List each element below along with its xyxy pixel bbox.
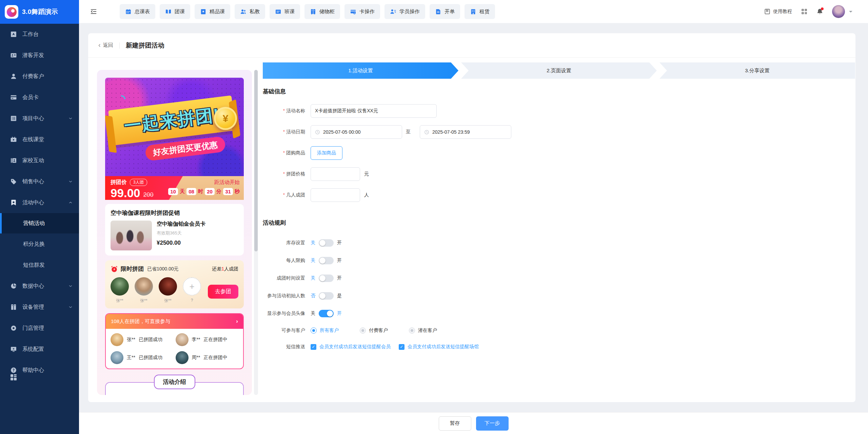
notification-dot bbox=[821, 7, 824, 10]
tutorial-link[interactable]: 使用教程 bbox=[764, 8, 792, 15]
countdown-days: 10 bbox=[168, 188, 178, 195]
activity-title-preview: 空中瑜伽课程限时拼团促销 bbox=[111, 209, 238, 217]
tab-group-class[interactable]: 团课 bbox=[160, 4, 190, 19]
stock-setting-toggle[interactable] bbox=[319, 239, 334, 247]
sidebar-item-home-school[interactable]: 家校互动 bbox=[0, 150, 79, 171]
radio-paying-customers[interactable]: 付费客户 bbox=[360, 327, 388, 334]
step-page-settings[interactable]: 2.页面设置 bbox=[461, 62, 657, 79]
chevron-down-icon bbox=[68, 179, 73, 184]
app-logo: 3.0舞蹈演示 bbox=[0, 0, 79, 24]
group-size-label: 几人成团 bbox=[244, 192, 305, 198]
radio-all-customers[interactable]: 所有客户 bbox=[311, 327, 339, 334]
sidebar-item-sales-center[interactable]: 销售中心 bbox=[0, 171, 79, 192]
promo-banner: ¥ 一起来拼团! 好友拼团买更优惠 bbox=[105, 78, 244, 176]
user-avatar[interactable] bbox=[832, 5, 845, 18]
checkbox-sms-member[interactable]: ✓会员支付成功后发送短信提醒会员 bbox=[311, 344, 391, 350]
join-group-button[interactable]: 去参团 bbox=[208, 285, 238, 299]
sidebar-item-prospects[interactable]: 潜客开发 bbox=[0, 45, 79, 66]
student-operation-icon bbox=[390, 8, 396, 15]
avatar bbox=[111, 277, 129, 296]
step-share-settings[interactable]: 3.分享设置 bbox=[659, 62, 855, 79]
collapse-sidebar-icon[interactable] bbox=[90, 8, 97, 15]
sidebar-item-paying-customers[interactable]: 付费客户 bbox=[0, 66, 79, 87]
app-title: 3.0舞蹈演示 bbox=[22, 7, 58, 16]
logo-icon bbox=[5, 5, 18, 19]
radio-potential-customers[interactable]: 潜在客户 bbox=[409, 327, 437, 334]
sidebar-item-workbench[interactable]: 工作台 bbox=[0, 24, 79, 45]
tab-student-operation[interactable]: 学员操作 bbox=[384, 4, 425, 19]
chevron-down-icon bbox=[68, 305, 73, 309]
countdown-seconds: 31 bbox=[223, 188, 233, 195]
activity-form: 1.活动设置 2.页面设置 3.分享设置 基础信息 活动名称 活动日期 2025… bbox=[263, 62, 855, 350]
end-date-picker[interactable]: 2025-07-05 23:59 bbox=[420, 125, 511, 139]
sidebar-item-data-center[interactable]: 数据中心 bbox=[0, 276, 79, 297]
sidebar-item-system-config[interactable]: 系统配置 bbox=[0, 339, 79, 360]
tab-rental[interactable]: 租赁 bbox=[465, 4, 495, 19]
joining-row: 王**已拼团成功 bbox=[111, 351, 174, 364]
workbench-icon bbox=[10, 31, 17, 38]
sidebar-subitem-marketing-activity[interactable]: 营销活动 bbox=[0, 213, 79, 233]
sidebar-item-device-mgmt[interactable]: 设备管理 bbox=[0, 297, 79, 318]
save-draft-button[interactable]: 暂存 bbox=[439, 416, 471, 431]
tab-class-course[interactable]: 班课 bbox=[270, 4, 300, 19]
prospect-icon bbox=[10, 52, 17, 59]
start-date-picker[interactable]: 2025-07-05 00:00 bbox=[311, 125, 402, 139]
sidebar-item-store-mgmt[interactable]: 门店管理 bbox=[0, 318, 79, 339]
preview-scrollbar-thumb[interactable] bbox=[254, 70, 258, 251]
group-price-input[interactable] bbox=[311, 167, 360, 181]
joining-list-header[interactable]: 108人在拼团，可直接参与 › bbox=[106, 314, 243, 329]
clock-icon bbox=[424, 130, 429, 135]
tab-card-operation[interactable]: 卡操作 bbox=[344, 4, 380, 19]
tab-locker[interactable]: 储物柜 bbox=[304, 4, 340, 19]
member-avatar-item: 张** bbox=[159, 277, 177, 304]
billing-icon bbox=[435, 8, 441, 15]
avatar bbox=[159, 277, 177, 296]
sidebar-item-member-cards[interactable]: 会员卡 bbox=[0, 87, 79, 108]
tab-billing[interactable]: 开单 bbox=[430, 4, 460, 19]
banner-headline: 一起来拼团! bbox=[123, 103, 221, 138]
sidebar-item-online-class[interactable]: 在线课堂 bbox=[0, 129, 79, 150]
sidebar-subitem-points-exchange[interactable]: 积分兑换 bbox=[0, 233, 79, 254]
avatar bbox=[135, 277, 153, 296]
next-step-button[interactable]: 下一步 bbox=[476, 416, 509, 431]
sidebar-item-project-center[interactable]: 项目中心 bbox=[0, 108, 79, 129]
page-title: 新建拼团活动 bbox=[126, 41, 164, 50]
joining-row: 李**正在拼团中 bbox=[176, 333, 239, 346]
group-size-input[interactable] bbox=[311, 188, 360, 202]
intro-title-pill: 活动介绍 bbox=[154, 375, 195, 389]
chevron-down-icon bbox=[68, 284, 73, 288]
member-avatar-item: 张** bbox=[111, 277, 129, 304]
initial-participants-toggle[interactable] bbox=[319, 292, 334, 300]
sidebar-subitem-sms-bulk[interactable]: 短信群发 bbox=[0, 254, 79, 276]
help-center-icon bbox=[10, 367, 17, 374]
form-row-initial-participants: 参与活动初始人数 否 是 bbox=[244, 292, 855, 300]
product-price: ¥2500.00 bbox=[157, 240, 205, 246]
sidebar-item-activity-center[interactable]: 活动中心 bbox=[0, 192, 79, 213]
show-avatars-toggle[interactable] bbox=[319, 310, 334, 317]
tab-premium-class[interactable]: 精品课 bbox=[195, 4, 230, 19]
price-unit: 元 bbox=[364, 171, 369, 177]
tab-schedule[interactable]: 总课表 bbox=[120, 4, 155, 19]
card-operation-icon bbox=[350, 8, 356, 15]
group-time-toggle[interactable] bbox=[319, 275, 334, 282]
group-time-label: 成团时间设置 bbox=[244, 275, 305, 281]
purchase-limit-toggle[interactable] bbox=[319, 257, 334, 264]
date-range-separator: 至 bbox=[406, 129, 411, 135]
premium-class-icon bbox=[200, 8, 206, 15]
tab-private-coach[interactable]: 私教 bbox=[235, 4, 265, 19]
product-name: 空中瑜伽铂金会员卡 bbox=[157, 221, 205, 228]
activity-preview-panel: ¥ 一起来拼团! 好友拼团买更优惠 拼团价 3人团 99.00 200 距活动开… bbox=[97, 70, 252, 395]
checkbox-sms-venue[interactable]: ✓会员支付成功后发送短信提醒场馆 bbox=[399, 344, 479, 350]
apps-grid-icon[interactable] bbox=[9, 373, 18, 381]
avatar-caret-down-icon[interactable] bbox=[849, 11, 852, 14]
chevron-left-icon: ‹ bbox=[98, 41, 101, 48]
qr-code-icon[interactable] bbox=[801, 8, 808, 15]
back-button[interactable]: ‹ 返回 bbox=[98, 42, 113, 49]
activity-name-input[interactable] bbox=[311, 104, 437, 118]
notification-bell-icon[interactable] bbox=[816, 8, 823, 15]
radio-icon bbox=[360, 327, 366, 334]
step-activity-settings[interactable]: 1.活动设置 bbox=[263, 62, 458, 79]
sidebar: 3.0舞蹈演示 工作台 潜客开发 付费客户 会员卡 项目中心 在线课堂 bbox=[0, 0, 79, 434]
form-row-group-size: 几人成团 人 bbox=[244, 188, 855, 202]
add-goods-button[interactable]: 添加商品 bbox=[311, 146, 342, 160]
